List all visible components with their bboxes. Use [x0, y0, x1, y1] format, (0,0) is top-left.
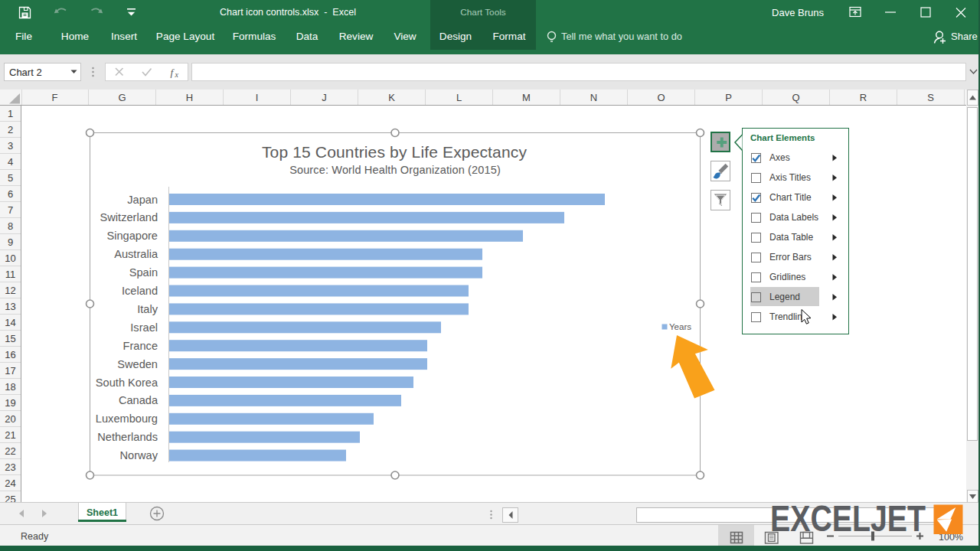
- svg-text:Years: Years: [669, 322, 691, 331]
- svg-text:Norway: Norway: [120, 449, 158, 461]
- svg-text:Spain: Spain: [129, 266, 158, 279]
- svg-text:Switzerland: Switzerland: [100, 211, 158, 223]
- svg-text:Iceland: Iceland: [122, 285, 158, 297]
- svg-text:Netherlands: Netherlands: [97, 431, 158, 443]
- svg-text:Sweden: Sweden: [117, 358, 158, 370]
- svg-text:Source: World Health Organizat: Source: World Health Organization (2015): [289, 164, 501, 176]
- svg-text:Singapore: Singapore: [106, 230, 158, 242]
- svg-text:South Korea: South Korea: [96, 377, 158, 389]
- svg-text:Italy: Italy: [137, 303, 158, 315]
- svg-text:Canada: Canada: [119, 394, 158, 406]
- svg-text:Top 15 Countries by Life Expec: Top 15 Countries by Life Expectancy: [262, 143, 527, 161]
- svg-text:Luxembourg: Luxembourg: [96, 412, 158, 425]
- svg-text:France: France: [123, 340, 158, 352]
- svg-text:Israel: Israel: [130, 321, 158, 334]
- svg-text:Australia: Australia: [114, 248, 158, 260]
- svg-text:Japan: Japan: [127, 194, 158, 206]
